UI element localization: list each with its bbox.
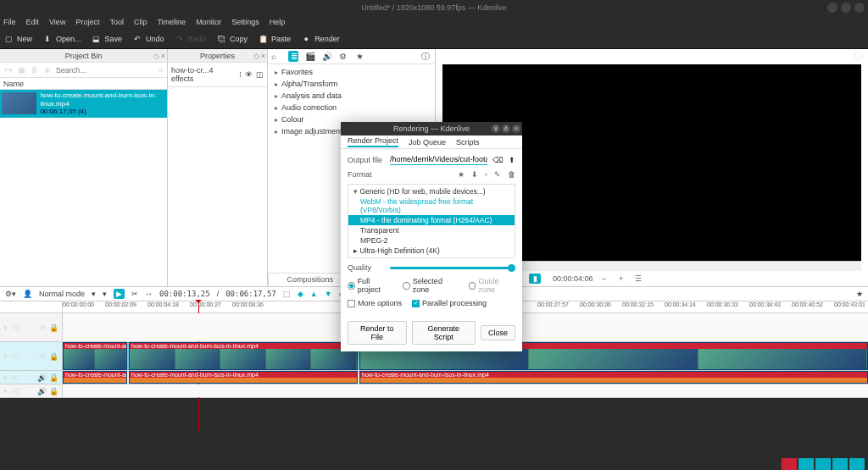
menu-file[interactable]: File [3, 18, 16, 26]
new-button[interactable]: ▢New [3, 34, 32, 44]
check-more-options[interactable]: More options [348, 299, 402, 307]
copy-button[interactable]: ⿻Copy [216, 34, 248, 44]
gear-icon[interactable]: ⚙▾ [5, 290, 16, 298]
timeline-clip[interactable]: how-to-create-mount-and-burn-isos-in-lin… [63, 342, 127, 370]
menu-tool[interactable]: Tool [109, 18, 124, 26]
tree-view-icon[interactable]: ≣ [288, 51, 298, 62]
bin-column-name[interactable]: Name [0, 78, 167, 90]
menu-edit[interactable]: Edit [26, 18, 40, 26]
tab-compositions[interactable]: Compositions [268, 274, 352, 286]
open-button[interactable]: ⬇Open... [42, 34, 81, 44]
timeline-audio-clip[interactable]: how-to-create-mount-and-burn-isos-in-lin… [129, 371, 358, 384]
window-close-icon[interactable] [854, 3, 865, 13]
render-to-file-button[interactable]: Render to File [348, 321, 407, 345]
audio-icon[interactable]: 🔊 [322, 52, 332, 61]
dialog-titlebar[interactable]: Rendering — Kdenlive ∨∧× [341, 122, 522, 135]
menu-project[interactable]: Project [75, 18, 99, 26]
menu-settings[interactable]: Settings [231, 18, 259, 26]
menu-view[interactable]: View [49, 18, 65, 26]
split-icon[interactable]: ◫ [256, 70, 264, 79]
format-mp4[interactable]: MP4 - the dominating format (H264/AAC) [348, 215, 515, 225]
close-panel-icon[interactable]: × [161, 52, 165, 60]
monitor-timecode[interactable]: 00:00:04:06 [553, 274, 593, 283]
loop-icon[interactable]: ▮ [529, 274, 541, 284]
bin-clip-item[interactable]: how-to-create-mount-and-burn-isos-in-lin… [0, 90, 167, 118]
output-file-input[interactable] [390, 154, 487, 165]
generate-script-button[interactable]: Generate Script [412, 321, 476, 345]
track-a2[interactable] [63, 384, 868, 397]
menu-timeline[interactable]: Timeline [157, 18, 186, 26]
window-max-icon[interactable] [841, 3, 851, 13]
menu-monitor[interactable]: Monitor [196, 18, 221, 26]
tc-position[interactable]: 00:00:13,25 [159, 290, 210, 298]
track-a1[interactable]: how-to-create-mount-and-burn-isos-in-lin… [63, 371, 868, 384]
render-button[interactable]: ●Render [301, 34, 340, 44]
favorite-icon[interactable]: ★ [356, 52, 366, 61]
window-min-icon[interactable] [827, 3, 837, 13]
add-clip-icon[interactable]: +▾ [3, 65, 13, 75]
delete-format-icon[interactable]: 🗑 [508, 170, 515, 179]
radio-full-project[interactable]: Full project [348, 277, 392, 294]
browse-icon[interactable]: ⬆ [509, 156, 515, 164]
format-transparent[interactable]: Transparent [348, 225, 515, 235]
eye-icon[interactable]: 👁 [245, 70, 253, 79]
menu-clip[interactable]: Clip [134, 18, 147, 26]
undo-button[interactable]: ↶Undo [132, 34, 164, 44]
quality-slider[interactable] [390, 267, 515, 269]
person-icon[interactable]: 👤 [23, 290, 32, 298]
effects-cat-analysis[interactable]: Analysis and data [268, 90, 435, 102]
menu-help[interactable]: Help [270, 18, 286, 26]
fav-format-icon[interactable]: ★ [458, 170, 465, 179]
status-btn[interactable] [798, 458, 814, 470]
info-icon[interactable]: ⓘ [421, 51, 431, 63]
format-group-generic[interactable]: Generic (HD for web, mobile devices...) [348, 186, 515, 196]
dialog-max-icon[interactable]: ∧ [502, 124, 510, 133]
custom-icon[interactable]: ⚙ [339, 52, 349, 61]
effects-cat-audio[interactable]: Audio correction [268, 102, 435, 113]
format-webm[interactable]: WebM - the widespread free format (VP8/V… [348, 196, 515, 215]
track-head-v2[interactable]: ▾V2👁 🔒 [0, 313, 63, 341]
status-btn[interactable] [849, 458, 865, 470]
razor-tool[interactable]: ✂ [131, 290, 138, 298]
options-icon[interactable]: ≡ [159, 65, 164, 75]
track-head-a2[interactable]: ▾A2🔊 🔒 [0, 384, 63, 397]
timeline-clip[interactable]: how-to-create-mount-and-burn-isos-in-lin… [129, 342, 358, 370]
star-icon[interactable]: ★ [856, 290, 863, 298]
delete-icon[interactable]: 🗑 [31, 65, 39, 75]
close-button[interactable]: Close [481, 325, 515, 340]
status-red-icon[interactable] [782, 458, 797, 470]
download-format-icon[interactable]: ⬇ [471, 170, 478, 179]
dialog-min-icon[interactable]: ∨ [492, 124, 500, 133]
bin-search-input[interactable] [56, 66, 153, 75]
undock-icon[interactable]: ◇ [153, 52, 159, 60]
timeline-audio-clip[interactable]: how-to-create-mount-and-burn-isos-in-lin… [359, 371, 868, 384]
tag-icon[interactable]: ◈ [44, 65, 51, 75]
spacer-tool[interactable]: ↔ [145, 290, 153, 298]
effects-cat-favorites[interactable]: Favorites [268, 66, 435, 78]
check-parallel[interactable]: ✓Parallel processing [412, 299, 487, 307]
save-format-icon[interactable]: ▫ [485, 170, 487, 179]
monitor-info-icon[interactable]: ⓘ [854, 51, 863, 63]
dialog-close-icon[interactable]: × [512, 124, 520, 133]
edit-format-icon[interactable]: ✎ [494, 170, 501, 179]
format-group-uhd[interactable]: ▸ Ultra-High Definition (4K) [348, 246, 515, 256]
mode-selector[interactable]: Normal mode [39, 290, 85, 298]
format-mpeg2[interactable]: MPEG-2 [348, 235, 515, 246]
status-btn[interactable] [832, 458, 848, 470]
radio-selected-zone[interactable]: Selected zone [403, 277, 459, 294]
clear-icon[interactable]: ⌫ [492, 156, 504, 164]
track-head-a1[interactable]: ▾A1🔊 🔒 [0, 371, 63, 384]
select-tool[interactable]: ▶ [114, 289, 125, 299]
folder-icon[interactable]: ▣ [18, 65, 25, 75]
search-icon[interactable]: ⌕ [271, 52, 281, 61]
timeline-audio-clip[interactable]: how-to-create-mount-and-burn-isos-in-lin… [63, 371, 127, 384]
effects-cat-alpha[interactable]: Alpha/Transform [268, 78, 435, 90]
save-button[interactable]: ⬓Save [92, 34, 123, 44]
tab-job-queue[interactable]: Job Queue [409, 138, 446, 147]
tab-scripts[interactable]: Scripts [456, 138, 480, 147]
paste-button[interactable]: 📋Paste [258, 34, 291, 44]
tab-render-project[interactable]: Render Project [348, 136, 398, 147]
track-head-v1[interactable]: ▾V1👁 🔒 [0, 342, 63, 370]
hamburger-icon[interactable]: ☰ [632, 274, 644, 283]
video-icon[interactable]: 🎬 [305, 52, 315, 61]
